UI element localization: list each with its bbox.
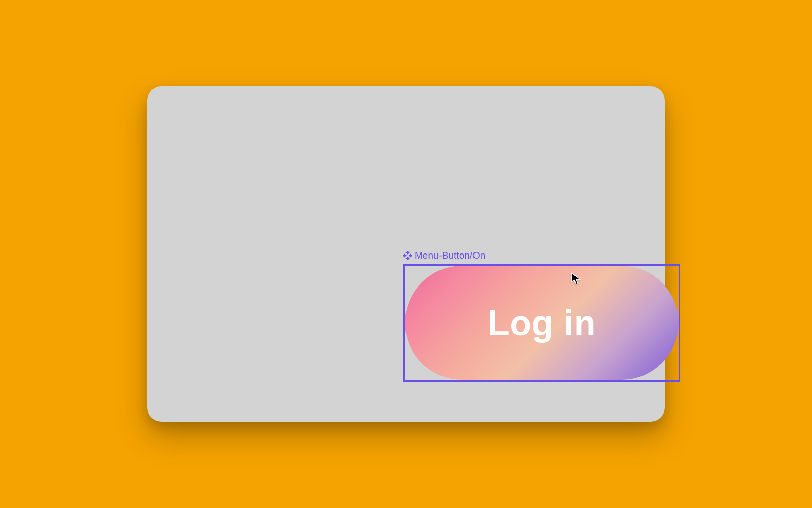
login-button[interactable]: Log in: [405, 266, 679, 380]
selection-label-bar[interactable]: Menu-Button/On: [403, 250, 485, 261]
svg-rect-1: [403, 253, 407, 257]
selection-label-text: Menu-Button/On: [415, 250, 485, 261]
design-canvas[interactable]: Menu-Button/On Log in: [147, 86, 665, 422]
selection-frame: Menu-Button/On Log in: [403, 264, 680, 382]
component-icon: [403, 251, 412, 260]
login-button-label: Log in: [488, 303, 596, 343]
svg-rect-0: [405, 251, 409, 255]
svg-rect-2: [409, 253, 412, 257]
svg-rect-3: [405, 257, 409, 260]
